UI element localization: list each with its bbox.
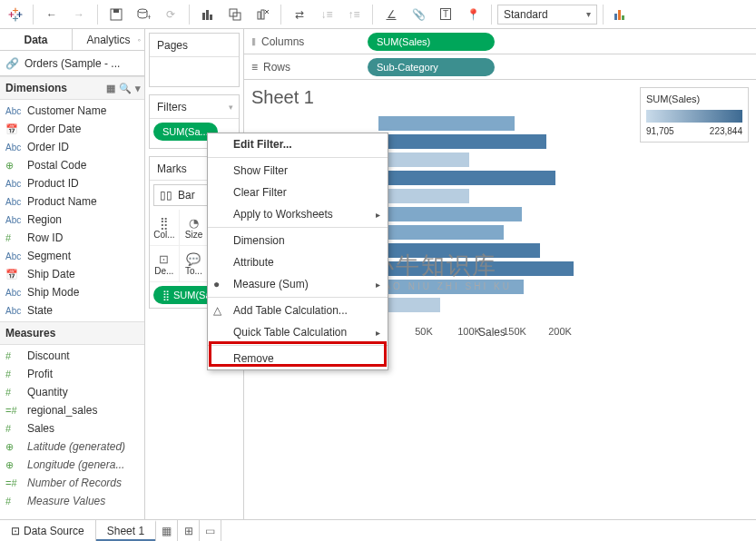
- save-button[interactable]: [103, 3, 129, 26]
- color-legend[interactable]: SUM(Sales) 91,705 223,844: [640, 87, 749, 143]
- field-type-icon: =#: [5, 405, 22, 416]
- mark-col[interactable]: ⣿Col...: [150, 210, 180, 246]
- field-latitude-generated-[interactable]: ⊕Latitude (generated): [0, 438, 144, 456]
- tab-sheet1[interactable]: Sheet 1: [96, 520, 156, 541]
- menu-quick-table-calculation[interactable]: Quick Table Calculation: [208, 321, 388, 343]
- field-type-icon: 📅: [5, 269, 22, 280]
- menu-show-filter[interactable]: Show Filter: [208, 160, 388, 182]
- pin-button[interactable]: 📍: [460, 3, 486, 26]
- new-sheet-button[interactable]: ▦: [156, 520, 178, 541]
- svg-rect-13: [206, 10, 209, 20]
- refresh-button[interactable]: ⟳: [158, 3, 183, 26]
- menu-add-table-calculation[interactable]: △Add Table Calculation...: [208, 300, 388, 321]
- field-state[interactable]: AbcState: [0, 301, 144, 320]
- bar[interactable]: [378, 206, 633, 222]
- context-menu: Edit Filter...Show FilterClear FilterApp…: [207, 133, 388, 370]
- tab-data-source[interactable]: ⊡Data Source: [0, 520, 96, 541]
- svg-rect-21: [614, 14, 617, 20]
- bar[interactable]: [378, 242, 633, 259]
- field-quantity[interactable]: #Quantity: [0, 383, 144, 401]
- field-region[interactable]: AbcRegion: [0, 211, 144, 229]
- field-discount[interactable]: #Discount: [0, 347, 144, 365]
- bar[interactable]: [378, 115, 633, 132]
- mark-size[interactable]: ◔Size: [180, 210, 210, 246]
- svg-rect-14: [210, 15, 212, 20]
- back-button[interactable]: ←: [39, 3, 64, 26]
- rows-icon: ≡: [251, 61, 258, 74]
- field-type-icon: ⊕: [5, 160, 22, 172]
- mark-de[interactable]: ⊡De...: [150, 246, 180, 282]
- bar[interactable]: [378, 297, 633, 313]
- svg-point-10: [138, 9, 147, 13]
- field-number-of-records[interactable]: =#Number of Records: [0, 474, 144, 492]
- group-button[interactable]: 📎: [406, 3, 431, 26]
- bar[interactable]: [378, 152, 633, 168]
- swap-button[interactable]: ⇄: [287, 3, 312, 26]
- columns-shelf[interactable]: ⦀Columns SUM(Sales): [244, 29, 756, 54]
- bar[interactable]: [378, 224, 633, 241]
- sort-asc-button[interactable]: ↓≡: [314, 3, 339, 26]
- new-datasource-button[interactable]: +: [131, 3, 156, 26]
- rows-pill[interactable]: Sub-Category: [368, 58, 495, 76]
- highlight-button[interactable]: ∠: [378, 3, 404, 26]
- menu-dimension[interactable]: Dimension: [208, 230, 388, 251]
- field-type-icon: #: [5, 350, 22, 361]
- field-ship-date[interactable]: 📅Ship Date: [0, 265, 144, 283]
- field-type-icon: Abc: [5, 251, 22, 261]
- rows-shelf[interactable]: ≡Rows Sub-Category: [244, 54, 756, 80]
- tab-data[interactable]: Data: [0, 29, 73, 50]
- datasource-item[interactable]: 🔗 Orders (Sample - ...: [0, 51, 144, 76]
- field-type-icon: Abc: [5, 143, 22, 152]
- duplicate-button[interactable]: [222, 3, 248, 26]
- field-postal-code[interactable]: ⊕Postal Code: [0, 156, 144, 174]
- menu-clear-filter[interactable]: Clear Filter: [208, 182, 388, 203]
- bar[interactable]: [378, 188, 633, 204]
- clear-button[interactable]: [250, 3, 275, 26]
- tab-analytics[interactable]: Analytics◦: [73, 29, 144, 50]
- datasource-icon: ⊡: [11, 525, 20, 537]
- field-longitude-genera-[interactable]: ⊕Longitude (genera...: [0, 456, 144, 474]
- field-sales[interactable]: #Sales: [0, 419, 144, 438]
- axis-tick: 100K: [457, 326, 481, 337]
- bar[interactable]: [378, 279, 633, 295]
- svg-rect-17: [258, 12, 260, 19]
- new-story-button[interactable]: ▭: [200, 520, 221, 541]
- field-measure-values[interactable]: #Measure Values: [0, 492, 144, 510]
- field-ship-mode[interactable]: AbcShip Mode: [0, 283, 144, 301]
- field-order-date[interactable]: 📅Order Date: [0, 120, 144, 138]
- fit-select[interactable]: Standard: [497, 5, 597, 25]
- menu-remove[interactable]: Remove: [208, 348, 388, 369]
- field-product-id[interactable]: AbcProduct ID: [0, 174, 144, 192]
- field-order-id[interactable]: AbcOrder ID: [0, 138, 144, 156]
- bar[interactable]: [378, 133, 633, 150]
- sort-desc-button[interactable]: ↑≡: [341, 3, 367, 26]
- menu-edit-filter[interactable]: Edit Filter...: [208, 133, 388, 155]
- new-dashboard-button[interactable]: ⊞: [178, 520, 200, 541]
- field-segment[interactable]: AbcSegment: [0, 247, 144, 265]
- field-type-icon: ⊕: [5, 459, 22, 471]
- field-profit[interactable]: #Profit: [0, 365, 144, 383]
- mark-to[interactable]: 💬To...: [180, 246, 210, 282]
- show-me-button[interactable]: [609, 3, 634, 26]
- field-row-id[interactable]: #Row ID: [0, 229, 144, 247]
- forward-button[interactable]: →: [66, 3, 92, 26]
- worksheet-title[interactable]: Sheet 1: [251, 87, 633, 108]
- new-worksheet-button[interactable]: [195, 3, 221, 26]
- search-icon[interactable]: 🔍: [119, 83, 132, 94]
- field-customer-name[interactable]: AbcCustomer Name: [0, 102, 144, 120]
- label-button[interactable]: T: [433, 3, 458, 26]
- view-icon[interactable]: ▦: [106, 83, 115, 94]
- field-regional-sales[interactable]: =#regional_sales: [0, 401, 144, 419]
- axis-tick: 200K: [548, 326, 572, 337]
- menu-attribute[interactable]: Attribute: [208, 251, 388, 273]
- svg-rect-22: [618, 10, 621, 20]
- field-product-name[interactable]: AbcProduct Name: [0, 192, 144, 211]
- menu-apply-to-worksheets[interactable]: Apply to Worksheets: [208, 203, 388, 225]
- svg-text:+: +: [147, 13, 151, 22]
- pages-shelf[interactable]: Pages: [149, 33, 240, 87]
- bar[interactable]: [378, 261, 633, 277]
- svg-rect-9: [113, 9, 119, 13]
- menu-measure-sum[interactable]: ●Measure (Sum): [208, 273, 388, 295]
- columns-pill[interactable]: SUM(Sales): [368, 33, 495, 51]
- bar[interactable]: [378, 170, 633, 186]
